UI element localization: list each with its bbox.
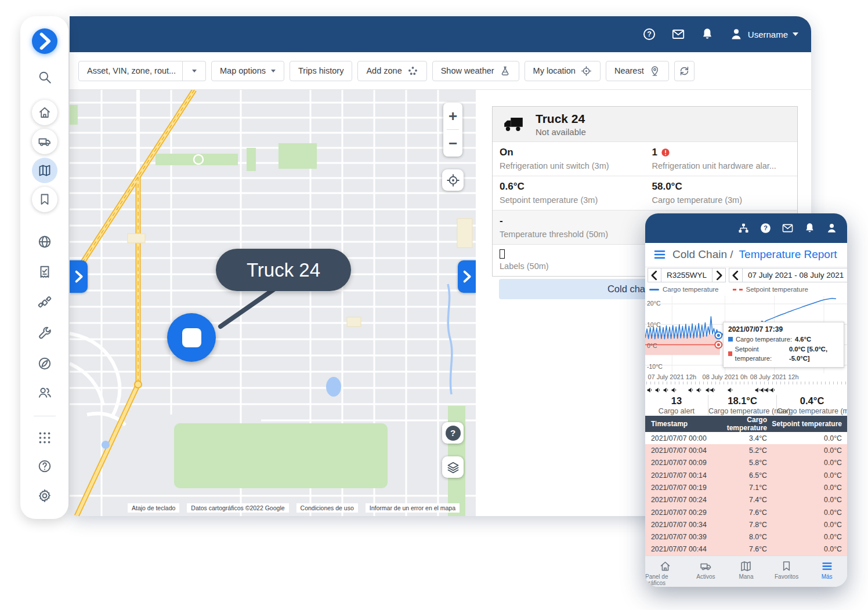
column-header-cargo[interactable]: Cargo temperature bbox=[726, 416, 767, 432]
zoom-in-button[interactable]: + bbox=[443, 103, 462, 129]
mobile-nav-item-home[interactable]: Panel de gráficos bbox=[645, 560, 686, 586]
report-error-link[interactable]: Informar de un error en el mapa bbox=[366, 503, 460, 513]
megaphone-alert-icon bbox=[769, 386, 777, 394]
sidebar-item-eco[interactable] bbox=[37, 356, 52, 371]
sidebar-item-help[interactable] bbox=[37, 459, 52, 474]
sidebar-item-apps[interactable] bbox=[37, 430, 52, 445]
column-header-setpoint[interactable]: Setpoint temperature bbox=[767, 416, 847, 432]
leaf-icon bbox=[37, 356, 52, 371]
asset-callout[interactable]: Truck 24 bbox=[216, 249, 351, 291]
refresh-icon bbox=[679, 66, 690, 77]
asset-search-input[interactable]: Asset, VIN, zone, rout... bbox=[78, 61, 183, 81]
refresh-button[interactable] bbox=[674, 61, 695, 81]
sidebar-item-web[interactable] bbox=[37, 234, 52, 249]
table-row[interactable]: 2021/07/07 00:247.4°C0.0°C bbox=[645, 494, 847, 506]
temperature-chart[interactable]: 20°C 10°C 0°C -10°C 2021/07/07 17:39 Car… bbox=[645, 296, 847, 373]
user-menu-caret-icon bbox=[793, 32, 798, 36]
asset-search-dropdown-button[interactable] bbox=[183, 61, 206, 81]
legend-label: Setpoint temperature bbox=[746, 286, 808, 293]
map[interactable]: Truck 24 + − ? bbox=[70, 90, 476, 516]
mobile-nav-item-truck[interactable]: Activos bbox=[686, 560, 726, 580]
mobile-nav-item-bookmark[interactable]: Favoritos bbox=[766, 560, 807, 580]
table-row[interactable]: 2021/07/07 00:347.8°C0.0°C bbox=[645, 518, 847, 531]
terms-link[interactable]: Condiciones de uso bbox=[296, 503, 358, 513]
next-vehicle-button[interactable] bbox=[712, 268, 726, 282]
my-location-button[interactable]: My location bbox=[525, 61, 601, 81]
help-icon[interactable]: ? bbox=[642, 27, 656, 41]
sitemap-icon[interactable] bbox=[737, 222, 750, 234]
mobile-nav-label: Favoritos bbox=[775, 573, 798, 580]
prev-vehicle-button[interactable] bbox=[648, 268, 661, 282]
mobile-bottom-nav: Panel de gráficosActivosManaFavoritosMás bbox=[645, 555, 847, 587]
table-cell: 2021/07/07 00:09 bbox=[645, 457, 726, 469]
sidebar-item-assets[interactable] bbox=[32, 129, 57, 154]
trips-history-label: Trips history bbox=[298, 66, 343, 75]
truck-icon bbox=[700, 560, 712, 572]
sidebar-item-reports[interactable] bbox=[37, 264, 52, 279]
table-row[interactable]: 2021/07/07 00:297.6°C0.0°C bbox=[645, 506, 847, 518]
sidebar-item-settings[interactable] bbox=[37, 488, 52, 503]
add-zone-button[interactable]: Add zone bbox=[357, 61, 426, 81]
table-cell: 5.2°C bbox=[726, 444, 767, 456]
table-row[interactable]: 2021/07/07 00:447.6°C0.0°C bbox=[645, 543, 847, 555]
table-row[interactable]: 2021/07/07 00:003.4°C0.0°C bbox=[645, 432, 847, 444]
mobile-nav-item-menu[interactable]: Más bbox=[806, 560, 847, 580]
trips-history-button[interactable]: Trips history bbox=[290, 61, 352, 81]
show-weather-button[interactable]: Show weather bbox=[432, 61, 519, 81]
svg-text:?: ? bbox=[764, 224, 768, 231]
breadcrumb-section[interactable]: Cold Chain / bbox=[672, 248, 733, 261]
layers-icon bbox=[446, 460, 460, 474]
y-tick: 20°C bbox=[647, 300, 660, 307]
mail-icon[interactable] bbox=[782, 222, 794, 234]
mobile-nav-item-map[interactable]: Mana bbox=[726, 560, 766, 580]
user-menu[interactable]: Username bbox=[729, 27, 798, 41]
user-avatar-icon[interactable] bbox=[826, 222, 838, 234]
nearest-button[interactable]: Nearest bbox=[606, 61, 669, 81]
sidebar-item-map[interactable] bbox=[32, 158, 57, 183]
locate-me-button[interactable] bbox=[442, 169, 464, 191]
map-data-label: Datos cartográficos ©2022 Google bbox=[187, 503, 288, 513]
table-row[interactable]: 2021/07/07 00:197.1°C0.0°C bbox=[645, 481, 847, 493]
users-icon bbox=[37, 385, 52, 400]
sidebar-item-devices[interactable] bbox=[37, 295, 52, 310]
table-cell: 0.0°C bbox=[767, 481, 847, 493]
sidebar-expand-button[interactable] bbox=[32, 28, 57, 54]
vehicle-marker[interactable] bbox=[167, 313, 216, 362]
legend-cargo-temperature: Cargo temperature bbox=[649, 286, 719, 293]
help-icon[interactable]: ? bbox=[760, 222, 772, 234]
breadcrumb-page[interactable]: Temperature Report bbox=[739, 248, 837, 261]
table-row[interactable]: 2021/07/07 00:045.2°C0.0°C bbox=[645, 444, 847, 456]
keyboard-shortcuts-link[interactable]: Atajo de teclado bbox=[128, 503, 179, 513]
table-cell: 2021/07/07 00:39 bbox=[645, 531, 726, 543]
x-tick: 07 July 2021 12h bbox=[648, 373, 696, 380]
prev-period-button[interactable] bbox=[729, 268, 743, 282]
expand-left-panel-button[interactable] bbox=[70, 260, 88, 293]
expand-right-panel-button[interactable] bbox=[458, 260, 476, 293]
chart-x-axis: 07 July 2021 12h 08 July 2021 0h 08 July… bbox=[645, 373, 847, 382]
mail-icon[interactable] bbox=[671, 27, 685, 41]
table-row[interactable]: 2021/07/07 00:095.8°C0.0°C bbox=[645, 457, 847, 469]
map-options-button[interactable]: Map options bbox=[211, 61, 284, 81]
breadcrumb-separator: / bbox=[730, 248, 733, 260]
truck-icon bbox=[38, 135, 52, 148]
stat-value: 13 bbox=[645, 395, 708, 406]
notifications-bell-icon[interactable] bbox=[804, 222, 816, 234]
flask-icon bbox=[500, 66, 511, 77]
table-row[interactable]: 2021/07/07 00:398.0°C0.0°C bbox=[645, 531, 847, 543]
map-options-label: Map options bbox=[220, 66, 266, 75]
asset-callout-label: Truck 24 bbox=[247, 259, 320, 281]
sidebar-item-search[interactable] bbox=[37, 70, 52, 85]
sidebar-item-bookmarks[interactable] bbox=[32, 187, 57, 212]
sidebar-item-drivers[interactable] bbox=[37, 385, 52, 400]
sidebar-item-maintenance[interactable] bbox=[37, 326, 52, 341]
table-cell: 0.0°C bbox=[767, 469, 847, 481]
notifications-bell-icon[interactable] bbox=[700, 27, 714, 41]
map-help-button[interactable]: ? bbox=[442, 422, 464, 444]
tooltip-cargo-row: Cargo temperature: 4.6°C bbox=[728, 335, 839, 344]
map-layers-button[interactable] bbox=[442, 456, 464, 478]
menu-icon[interactable] bbox=[653, 248, 667, 262]
sidebar-item-home[interactable] bbox=[32, 100, 57, 125]
column-header-timestamp[interactable]: Timestamp bbox=[645, 416, 726, 432]
table-row[interactable]: 2021/07/07 00:146.5°C0.0°C bbox=[645, 469, 847, 481]
zoom-out-button[interactable]: − bbox=[443, 130, 462, 157]
